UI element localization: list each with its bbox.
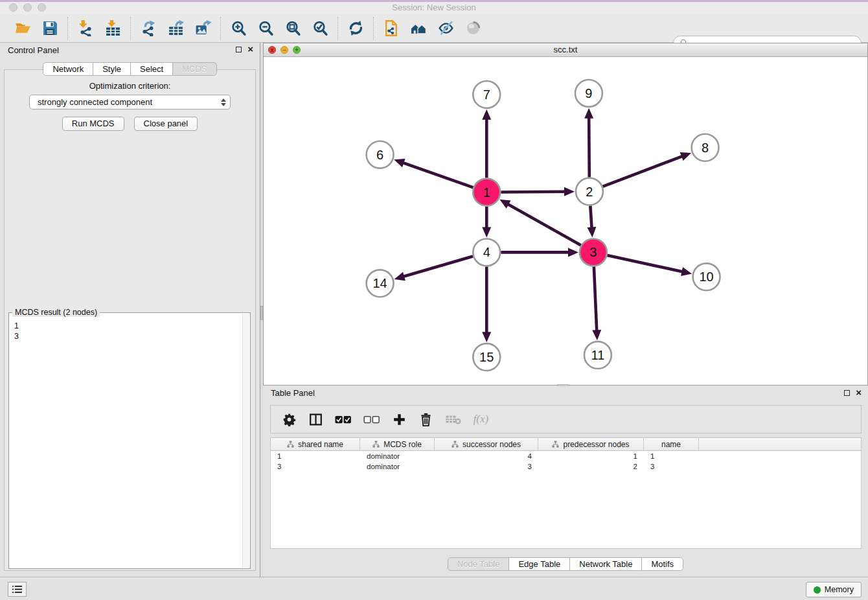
graph-edge-2-9[interactable] (589, 117, 589, 178)
criterion-dropdown[interactable]: strongly connected component (29, 95, 231, 110)
graphics-details-icon[interactable] (464, 20, 481, 37)
zoom-fit-icon[interactable] (284, 20, 301, 37)
table-cell[interactable]: 3 (435, 461, 538, 472)
toolbar-icon-groups (5, 17, 490, 40)
tab-motifs[interactable]: Motifs (641, 557, 683, 571)
import-table-icon[interactable] (104, 20, 121, 37)
graph-edge-2-8[interactable] (602, 156, 683, 187)
table-row[interactable]: 1dominator411 (271, 451, 861, 461)
refresh-layout-icon[interactable] (347, 20, 364, 37)
node-label: 6 (376, 148, 383, 162)
result-line: 3 (14, 331, 250, 341)
tab-select[interactable]: Select (130, 62, 173, 76)
export-image-icon[interactable] (194, 20, 211, 37)
table-cell[interactable]: 3 (644, 461, 699, 472)
graph-edge-2-3[interactable] (590, 206, 591, 229)
table-toolbar: f(x) (270, 405, 862, 433)
graph-edge-4-14[interactable] (403, 257, 473, 277)
list-icon (12, 585, 23, 594)
criterion-value: strongly connected component (38, 97, 221, 107)
optimization-criterion-label: Optimization criterion: (5, 81, 255, 91)
control-panel-title: Control Panel (8, 45, 59, 55)
graph-edge-3-10[interactable] (607, 255, 683, 271)
graph-edge-1-6[interactable] (402, 163, 473, 187)
column-hierarchy-icon (552, 441, 559, 448)
column-header-name[interactable]: name (644, 438, 699, 450)
tab-network-table[interactable]: Network Table (569, 557, 642, 571)
column-header-MCDS-role[interactable]: MCDS role (360, 438, 435, 450)
run-mcds-button[interactable]: Run MCDS (62, 117, 124, 131)
import-network-icon[interactable] (77, 20, 94, 37)
export-table-icon[interactable] (167, 20, 184, 37)
tab-edge-table[interactable]: Edge Table (508, 557, 570, 571)
edge-arrowhead (681, 267, 692, 276)
dropdown-stepper-icon (221, 98, 226, 106)
table-cell[interactable]: 1 (644, 451, 699, 461)
open-session-icon[interactable] (14, 20, 31, 37)
float-panel-icon[interactable] (236, 47, 242, 52)
zoom-out-icon[interactable] (257, 20, 274, 37)
tab-node-table[interactable]: Node Table (448, 557, 510, 571)
close-panel-button[interactable]: Close panel (134, 117, 198, 131)
memory-button[interactable]: Memory (806, 582, 862, 597)
table-cell[interactable]: 1 (538, 451, 644, 461)
node-label: 7 (483, 87, 490, 102)
node-table: shared nameMCDS rolesuccessor nodesprede… (270, 437, 862, 549)
save-session-icon[interactable] (41, 20, 58, 37)
column-header-shared-name[interactable]: shared name (271, 438, 360, 450)
mcds-result-lines: 13 (9, 313, 250, 341)
table-cell[interactable]: 3 (271, 461, 360, 472)
hide-selected-icon[interactable] (437, 20, 454, 37)
column-hierarchy-icon (372, 441, 380, 448)
graph-edge-3-1[interactable] (507, 204, 580, 246)
first-neighbors-icon[interactable] (410, 20, 427, 37)
select-all-icon[interactable] (335, 411, 351, 427)
memory-status-icon (814, 586, 821, 594)
edge-arrowhead (592, 330, 601, 340)
network-graph[interactable]: 7968124314101511 (264, 58, 867, 385)
tab-style[interactable]: Style (93, 62, 131, 76)
table-float-panel-icon[interactable] (844, 390, 850, 396)
status-bar: Memory (0, 577, 868, 600)
node-label: 2 (586, 185, 593, 199)
result-line: 1 (14, 321, 250, 331)
mcds-result-title: MCDS result (2 nodes) (12, 308, 100, 317)
edge-arrowhead (587, 227, 596, 237)
mcds-result-box[interactable]: MCDS result (2 nodes) 13 (8, 312, 251, 569)
table-row[interactable]: 3dominator323 (271, 461, 861, 472)
table-cell[interactable]: 1 (271, 451, 360, 461)
export-network-icon[interactable] (140, 20, 157, 37)
task-history-button[interactable] (8, 582, 27, 597)
zoom-selected-icon[interactable] (312, 20, 328, 37)
edge-arrowhead (482, 332, 491, 342)
network-canvas[interactable]: 7968124314101511 (264, 58, 867, 385)
table-cell[interactable]: dominator (360, 451, 435, 461)
result-scrollbar[interactable] (242, 314, 249, 568)
zoom-in-icon[interactable] (230, 20, 247, 37)
node-label: 4 (483, 245, 490, 259)
edge-arrowhead (482, 110, 491, 120)
table-settings-icon[interactable] (282, 411, 296, 427)
add-entry-icon[interactable] (393, 411, 407, 427)
column-header-successor-nodes[interactable]: successor nodes (435, 438, 538, 450)
table-cell[interactable]: dominator (360, 461, 435, 472)
tab-network[interactable]: Network (43, 62, 93, 76)
graph-edge-3-11[interactable] (594, 266, 597, 331)
column-header-predecessor-nodes[interactable]: predecessor nodes (538, 438, 644, 450)
network-title: scc.txt (264, 45, 867, 54)
deselect-all-icon[interactable] (363, 411, 380, 427)
table-cell[interactable]: 4 (435, 451, 538, 461)
node-label: 14 (372, 276, 387, 290)
table-cell[interactable]: 2 (538, 461, 644, 472)
node-label: 3 (589, 245, 597, 259)
table-close-panel-icon[interactable]: × (856, 389, 862, 396)
tab-mcds[interactable]: MCDS (172, 62, 216, 76)
application-window: Session: New Session Control Panel × Net… (0, 0, 868, 600)
graph-edge-1-2[interactable] (501, 192, 565, 192)
network-from-selection-icon[interactable] (383, 20, 400, 37)
edge-arrowhead (564, 187, 575, 196)
split-view-icon[interactable] (308, 411, 323, 427)
network-window-titlebar[interactable]: x – + scc.txt (264, 43, 867, 57)
delete-entry-icon[interactable] (419, 411, 433, 427)
close-panel-icon[interactable]: × (247, 46, 253, 52)
